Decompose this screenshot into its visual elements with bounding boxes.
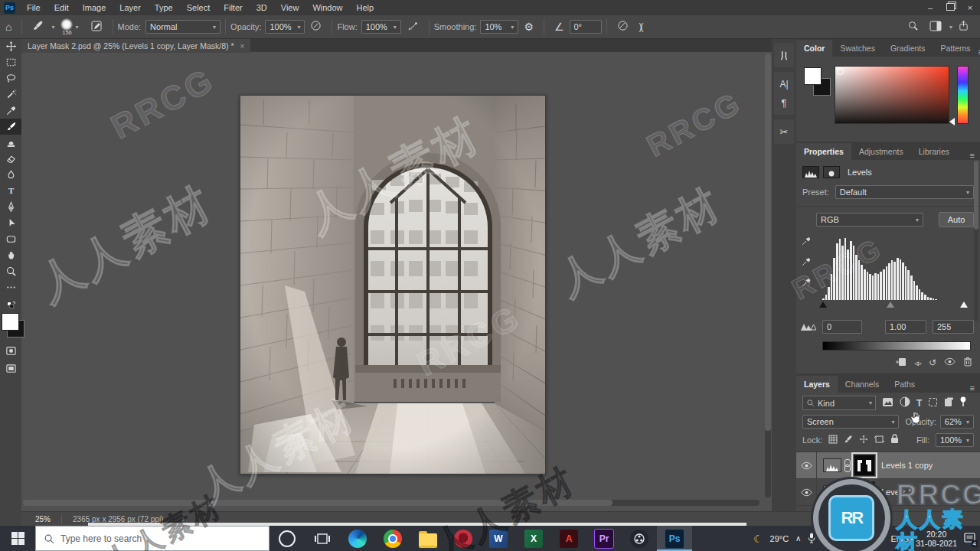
paragraph-panel-icon[interactable]: ¶ xyxy=(774,93,794,112)
layer-name[interactable]: Levels 1 xyxy=(881,487,913,497)
adjustment-layer-thumbnail[interactable] xyxy=(823,485,841,499)
filter-pixel-layers-icon[interactable] xyxy=(882,396,893,410)
layer-name[interactable]: Levels 1 copy xyxy=(881,461,933,470)
saturation-brightness-box[interactable] xyxy=(835,66,949,124)
home-icon[interactable]: ⌂ xyxy=(5,21,11,33)
menu-item-view[interactable]: View xyxy=(274,0,306,15)
rectangular-marquee-tool[interactable] xyxy=(0,54,21,70)
auto-button[interactable]: Auto xyxy=(939,212,974,227)
tab-color[interactable]: Color xyxy=(796,40,832,57)
color-swatches[interactable] xyxy=(0,312,21,338)
tab-swatches[interactable]: Swatches xyxy=(832,40,883,57)
path-select-tool[interactable] xyxy=(0,215,21,231)
panel-menu-icon[interactable]: ≡ xyxy=(970,383,980,393)
network-icon[interactable] xyxy=(856,533,867,543)
lock-pixels-icon[interactable] xyxy=(844,433,853,447)
notification-center-icon[interactable]: 4 xyxy=(964,533,975,545)
input-mid-value[interactable]: 1.00 xyxy=(885,320,926,334)
opacity-input[interactable]: 100%▾ xyxy=(265,20,305,34)
adjustment-layer-thumbnail[interactable] xyxy=(823,458,841,472)
document-image[interactable] xyxy=(240,95,546,474)
weather-moon-icon[interactable]: ☾ xyxy=(753,533,763,545)
taskbar-app-red[interactable] xyxy=(446,526,481,551)
pen-tool[interactable] xyxy=(0,199,21,215)
hidden-icons-chevron[interactable]: ∧ xyxy=(795,534,801,543)
symmetry-butterfly-icon[interactable]: )( xyxy=(639,21,642,32)
white-point-eyedropper-icon[interactable] xyxy=(801,277,812,291)
filter-adjustment-layers-icon[interactable] xyxy=(900,396,910,410)
foreground-color-swatch[interactable] xyxy=(2,313,19,331)
layer-opacity-input[interactable]: 62%▾ xyxy=(940,415,974,429)
layer-mask-thumbnail[interactable] xyxy=(854,481,875,503)
default-colors-button[interactable] xyxy=(0,300,21,311)
tab-channels[interactable]: Channels xyxy=(838,376,887,393)
taskbar-photoshop[interactable]: Ps xyxy=(657,526,692,551)
menu-item-image[interactable]: Image xyxy=(76,0,113,15)
vertical-scrollbar[interactable] xyxy=(765,54,771,497)
restore-button[interactable] xyxy=(940,3,960,12)
taskbar-acrobat[interactable]: A xyxy=(551,526,586,551)
tab-properties[interactable]: Properties xyxy=(796,143,851,160)
shape-tool[interactable] xyxy=(0,231,21,247)
layer-row-levels-1-copy[interactable]: Levels 1 copy xyxy=(796,452,980,479)
menu-item-filter[interactable]: Filter xyxy=(217,0,249,15)
gray-point-eyedropper-icon[interactable] xyxy=(801,256,812,270)
panel-scrollbar[interactable] xyxy=(974,161,978,321)
lasso-tool[interactable] xyxy=(0,70,21,86)
edit-toolbar-button[interactable] xyxy=(0,279,21,295)
blend-mode-select[interactable]: Screen▾ xyxy=(802,415,899,429)
clip-to-layer-icon[interactable] xyxy=(895,357,906,369)
highlight-input-slider[interactable] xyxy=(960,302,968,308)
taskbar-file-explorer[interactable] xyxy=(410,526,446,551)
hand-tool[interactable] xyxy=(0,247,21,263)
hue-slider[interactable] xyxy=(957,66,969,124)
layer-visibility-toggle[interactable] xyxy=(796,452,817,478)
brush-size-preview[interactable]: 156 xyxy=(60,18,73,36)
menu-item-type[interactable]: Type xyxy=(148,0,180,15)
fill-input[interactable]: 100%▾ xyxy=(936,433,974,447)
reset-adjustment-icon[interactable]: ↺ xyxy=(929,357,936,368)
tab-gradients[interactable]: Gradients xyxy=(883,40,933,57)
canvas-area[interactable] xyxy=(21,52,772,511)
language-indicator[interactable]: ENG xyxy=(890,534,909,543)
speaker-icon[interactable] xyxy=(874,533,884,544)
share-icon[interactable] xyxy=(958,20,969,34)
search-icon[interactable] xyxy=(907,20,919,34)
temperature[interactable]: 29°C xyxy=(770,534,789,543)
brush-tool[interactable] xyxy=(0,119,21,135)
menu-item-select[interactable]: Select xyxy=(180,0,217,15)
screen-mode-button[interactable] xyxy=(0,360,21,377)
taskbar-edge[interactable] xyxy=(340,526,375,551)
tab-paths[interactable]: Paths xyxy=(887,376,923,393)
type-tool[interactable]: T xyxy=(0,183,21,199)
pressure-opacity-icon[interactable] xyxy=(310,20,322,34)
taskbar-word[interactable]: W xyxy=(481,526,516,551)
input-white-value[interactable]: 255 xyxy=(933,320,974,334)
taskbar-task-view[interactable] xyxy=(305,526,340,551)
tab-libraries[interactable]: Libraries xyxy=(911,143,957,160)
menu-item-layer[interactable]: Layer xyxy=(113,0,148,15)
panel-menu-icon[interactable]: ≡ xyxy=(970,151,980,160)
move-tool[interactable] xyxy=(0,38,21,54)
input-sliders[interactable] xyxy=(819,302,969,311)
input-black-value[interactable]: 0 xyxy=(822,320,862,334)
menu-item-help[interactable]: Help xyxy=(350,0,381,15)
preset-select[interactable]: Default▾ xyxy=(835,185,974,199)
view-previous-state-icon[interactable]: ◃▹ xyxy=(914,358,921,368)
eraser-tool[interactable] xyxy=(0,151,21,167)
tab-adjustments[interactable]: Adjustments xyxy=(851,143,911,160)
layer-mask-thumbnail[interactable] xyxy=(854,455,875,476)
clock[interactable]: 20:20 31-08-2021 xyxy=(916,530,957,548)
menu-item-file[interactable]: File xyxy=(20,0,47,15)
close-button[interactable]: × xyxy=(960,3,980,12)
workspace-switcher-icon[interactable] xyxy=(929,21,942,34)
histogram-refresh-icon[interactable] xyxy=(801,320,816,334)
taskbar-excel[interactable]: X xyxy=(516,526,551,551)
taskbar-cortana[interactable] xyxy=(270,526,305,551)
chevron-down-icon[interactable]: ▾ xyxy=(949,24,952,31)
clone-stamp-tool[interactable] xyxy=(0,135,21,151)
layer-filter-select[interactable]: Kind▾ xyxy=(802,396,876,410)
taskbar-search-box[interactable]: Type here to search xyxy=(35,526,270,551)
brush-settings-panel-icon[interactable] xyxy=(774,46,794,64)
mode-select[interactable]: Normal▾ xyxy=(145,20,220,34)
